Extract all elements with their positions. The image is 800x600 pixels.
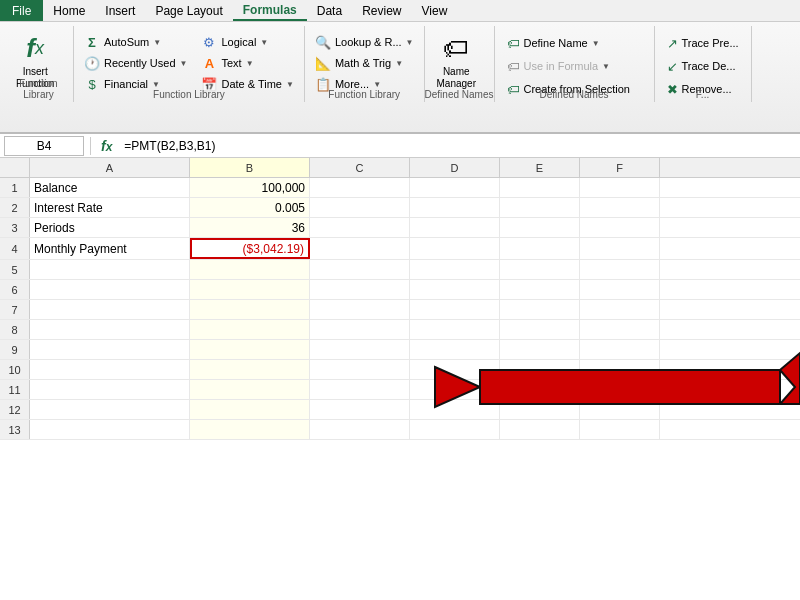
cell-b10[interactable]	[190, 360, 310, 379]
text-dropdown-icon[interactable]: ▼	[246, 59, 254, 68]
cell-c10[interactable]	[310, 360, 410, 379]
menu-insert[interactable]: Insert	[95, 0, 145, 21]
cell-e9[interactable]	[500, 340, 580, 359]
cell-b3[interactable]: 36	[190, 218, 310, 237]
logical-button[interactable]: ⚙ Logical ▼	[197, 32, 297, 52]
cell-f9[interactable]	[580, 340, 660, 359]
cell-a1[interactable]: Balance	[30, 178, 190, 197]
financial-dropdown-icon[interactable]: ▼	[152, 80, 160, 89]
cell-f12[interactable]	[580, 400, 660, 419]
cell-a12[interactable]	[30, 400, 190, 419]
cell-f8[interactable]	[580, 320, 660, 339]
lookup-dropdown-icon[interactable]: ▼	[406, 38, 414, 47]
more-functions-dropdown-icon[interactable]: ▼	[373, 80, 381, 89]
cell-b12[interactable]	[190, 400, 310, 419]
cell-e6[interactable]	[500, 280, 580, 299]
cell-f11[interactable]	[580, 380, 660, 399]
cell-e5[interactable]	[500, 260, 580, 279]
cell-c9[interactable]	[310, 340, 410, 359]
cell-d6[interactable]	[410, 280, 500, 299]
cell-d2[interactable]	[410, 198, 500, 217]
math-dropdown-icon[interactable]: ▼	[395, 59, 403, 68]
trace-dependents-button[interactable]: ↙ Trace De...	[661, 55, 745, 77]
cell-b1[interactable]: 100,000	[190, 178, 310, 197]
col-header-b[interactable]: B	[190, 158, 310, 177]
cell-b5[interactable]	[190, 260, 310, 279]
menu-data[interactable]: Data	[307, 0, 352, 21]
trace-precedents-button[interactable]: ↗ Trace Pre...	[661, 32, 745, 54]
text-button[interactable]: A Text ▼	[197, 53, 297, 73]
cell-a11[interactable]	[30, 380, 190, 399]
cell-d1[interactable]	[410, 178, 500, 197]
cell-d9[interactable]	[410, 340, 500, 359]
cell-e4[interactable]	[500, 238, 580, 259]
cell-a9[interactable]	[30, 340, 190, 359]
cell-d5[interactable]	[410, 260, 500, 279]
cell-a7[interactable]	[30, 300, 190, 319]
cell-d3[interactable]	[410, 218, 500, 237]
col-header-a[interactable]: A	[30, 158, 190, 177]
date-time-dropdown-icon[interactable]: ▼	[286, 80, 294, 89]
cell-f7[interactable]	[580, 300, 660, 319]
recently-used-button[interactable]: 🕐 Recently Used ▼	[80, 53, 191, 73]
col-header-e[interactable]: E	[500, 158, 580, 177]
menu-view[interactable]: View	[412, 0, 458, 21]
cell-a13[interactable]	[30, 420, 190, 439]
cell-e12[interactable]	[500, 400, 580, 419]
name-manager-button[interactable]: 🏷 NameManager	[431, 30, 482, 92]
cell-e11[interactable]	[500, 380, 580, 399]
autosum-button[interactable]: Σ AutoSum ▼	[80, 32, 191, 52]
cell-e1[interactable]	[500, 178, 580, 197]
cell-b8[interactable]	[190, 320, 310, 339]
recently-used-dropdown-icon[interactable]: ▼	[180, 59, 188, 68]
menu-file[interactable]: File	[0, 0, 43, 21]
cell-f4[interactable]	[580, 238, 660, 259]
cell-c3[interactable]	[310, 218, 410, 237]
define-name-dropdown-icon[interactable]: ▼	[592, 39, 600, 48]
cell-c11[interactable]	[310, 380, 410, 399]
cell-d4[interactable]	[410, 238, 500, 259]
cell-a8[interactable]	[30, 320, 190, 339]
cell-e8[interactable]	[500, 320, 580, 339]
cell-b9[interactable]	[190, 340, 310, 359]
cell-e13[interactable]	[500, 420, 580, 439]
col-header-d[interactable]: D	[410, 158, 500, 177]
cell-d8[interactable]	[410, 320, 500, 339]
cell-d11[interactable]	[410, 380, 500, 399]
cell-a2[interactable]: Interest Rate	[30, 198, 190, 217]
cell-c2[interactable]	[310, 198, 410, 217]
math-button[interactable]: 📐 Math & Trig ▼	[311, 53, 418, 73]
cell-d10[interactable]	[410, 360, 500, 379]
menu-formulas[interactable]: Formulas	[233, 0, 307, 21]
menu-page-layout[interactable]: Page Layout	[145, 0, 232, 21]
cell-d7[interactable]	[410, 300, 500, 319]
cell-f1[interactable]	[580, 178, 660, 197]
logical-dropdown-icon[interactable]: ▼	[260, 38, 268, 47]
cell-a5[interactable]	[30, 260, 190, 279]
cell-c1[interactable]	[310, 178, 410, 197]
cell-c5[interactable]	[310, 260, 410, 279]
cell-a10[interactable]	[30, 360, 190, 379]
menu-review[interactable]: Review	[352, 0, 411, 21]
cell-c13[interactable]	[310, 420, 410, 439]
col-header-c[interactable]: C	[310, 158, 410, 177]
cell-c4[interactable]	[310, 238, 410, 259]
col-header-f[interactable]: F	[580, 158, 660, 177]
cell-c7[interactable]	[310, 300, 410, 319]
cell-e10[interactable]	[500, 360, 580, 379]
cell-e2[interactable]	[500, 198, 580, 217]
cell-b7[interactable]	[190, 300, 310, 319]
cell-f5[interactable]	[580, 260, 660, 279]
use-in-formula-dropdown-icon[interactable]: ▼	[602, 62, 610, 71]
define-name-button[interactable]: 🏷 Define Name ▼	[501, 32, 636, 54]
insert-function-fx-button[interactable]: fx	[97, 138, 116, 154]
cell-d13[interactable]	[410, 420, 500, 439]
cell-c12[interactable]	[310, 400, 410, 419]
cell-b11[interactable]	[190, 380, 310, 399]
lookup-button[interactable]: 🔍 Lookup & R... ▼	[311, 32, 418, 52]
cell-f3[interactable]	[580, 218, 660, 237]
formula-input[interactable]	[120, 136, 796, 156]
cell-b13[interactable]	[190, 420, 310, 439]
cell-e3[interactable]	[500, 218, 580, 237]
cell-c6[interactable]	[310, 280, 410, 299]
